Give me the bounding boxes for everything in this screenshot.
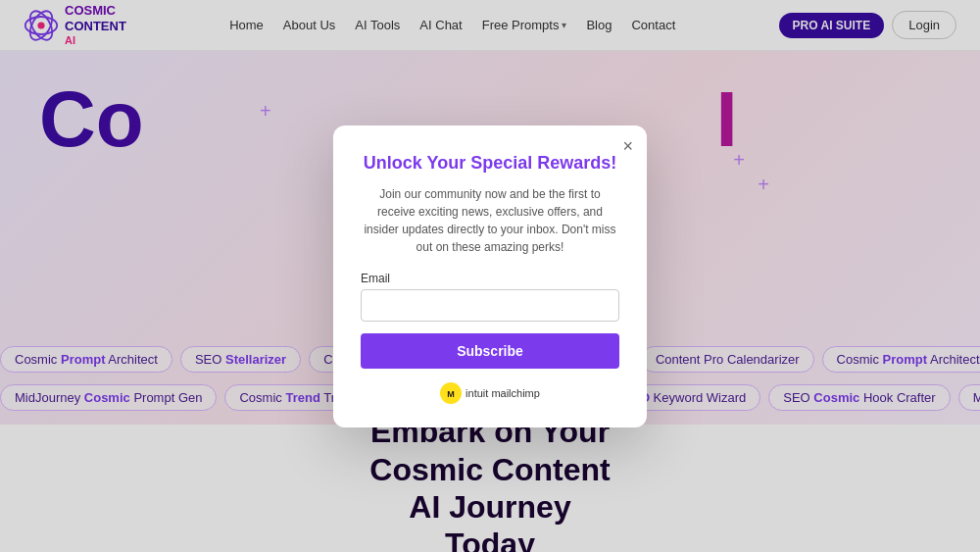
email-label: Email xyxy=(361,272,619,285)
modal-title: Unlock Your Special Rewards! xyxy=(361,153,619,174)
modal-description: Join our community now and be the first … xyxy=(361,185,619,256)
email-input[interactable] xyxy=(361,289,619,322)
mailchimp-text: intuit mailchimp xyxy=(466,387,540,399)
mailchimp-icon: M xyxy=(440,382,462,404)
modal-overlay: × Unlock Your Special Rewards! Join our … xyxy=(0,0,980,552)
modal-footer: M intuit mailchimp xyxy=(361,382,619,404)
rewards-modal: × Unlock Your Special Rewards! Join our … xyxy=(333,125,647,427)
mailchimp-logo: M intuit mailchimp xyxy=(440,382,540,404)
svg-text:M: M xyxy=(447,389,455,399)
subscribe-button[interactable]: Subscribe xyxy=(361,333,619,369)
modal-close-button[interactable]: × xyxy=(622,137,633,155)
